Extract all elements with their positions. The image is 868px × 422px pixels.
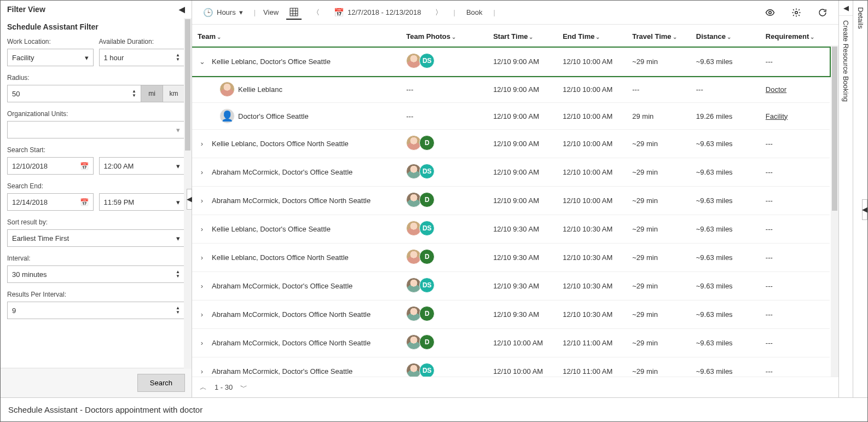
cell-requirement: --- [760, 215, 830, 244]
search-start-date-value: 12/10/2018 [12, 162, 48, 170]
details-collapse-icon[interactable]: ◀ [862, 199, 867, 220]
create-booking-collapse-icon[interactable]: ◀ [839, 1, 853, 16]
col-team[interactable]: Team⌄ [192, 25, 401, 48]
table-row[interactable]: ›Abraham McCormick, Doctor's Office Seat… [192, 158, 830, 187]
work-location-value: Facility [12, 54, 34, 62]
table-row[interactable]: ›Abraham McCormick, Doctors Office North… [192, 187, 830, 215]
search-button[interactable]: Search [137, 374, 185, 392]
table-row[interactable]: ⌄Kellie Leblanc, Doctor's Office Seattle… [192, 48, 830, 76]
radius-stepper[interactable]: 50 ▲▼ [7, 85, 141, 102]
table-row[interactable]: ›Abraham McCormick, Doctor's Office Seat… [192, 357, 830, 377]
results-scroll-thumb[interactable] [832, 47, 837, 211]
chevron-right-icon[interactable]: › [198, 282, 206, 290]
chevron-right-icon[interactable]: › [198, 140, 206, 148]
radius-label: Radius: [7, 74, 185, 82]
search-end-date-picker[interactable]: 12/14/2018 📅 [7, 193, 94, 211]
col-distance[interactable]: Distance⌄ [691, 25, 760, 48]
cell-requirement: --- [760, 244, 830, 272]
unit-mi-button[interactable]: mi [141, 85, 163, 102]
search-end-time-select[interactable]: 11:59 PM ▾ [99, 193, 186, 211]
separator: | [254, 8, 256, 16]
table-row[interactable]: Kellie Leblanc---12/10 9:00 AM12/10 10:0… [192, 76, 830, 103]
settings-button[interactable] [788, 5, 805, 20]
pager-down-icon[interactable]: ﹀ [240, 383, 247, 392]
col-requirement[interactable]: Requirement⌄ [760, 25, 830, 48]
filter-collapse-handle[interactable]: ◀ [187, 189, 192, 210]
table-row[interactable]: ›Kellie Leblanc, Doctors Office North Se… [192, 130, 830, 158]
results-per-interval-stepper[interactable]: 9 ▲▼ [7, 302, 185, 319]
team-name: Abraham McCormick, Doctor's Office Seatt… [212, 367, 352, 375]
available-duration-label: Available Duration: [99, 38, 186, 45]
search-start-date-picker[interactable]: 12/10/2018 📅 [7, 157, 94, 175]
col-photos[interactable]: Team Photos⌄ [401, 25, 488, 48]
chevron-right-icon[interactable]: › [198, 253, 206, 262]
chevron-down-icon[interactable]: ⌄ [198, 57, 206, 66]
hours-dropdown[interactable]: 🕒 Hours ▾ [200, 5, 246, 20]
team-name: Kellie Leblanc [238, 85, 282, 94]
table-row[interactable]: ›Abraham McCormick, Doctor's Office Seat… [192, 272, 830, 300]
team-name: Abraham McCormick, Doctors Office North … [212, 339, 371, 347]
caret-down-icon: ▾ [239, 8, 243, 16]
available-duration-stepper[interactable]: 1 hour ▲▼ [99, 49, 186, 66]
prev-range-button[interactable]: 〈 [309, 5, 323, 20]
requirement-link[interactable]: Doctor [766, 85, 786, 94]
filter-scroll-thumb[interactable] [185, 19, 190, 151]
table-row[interactable]: ›Abraham McCormick, Doctors Office North… [192, 300, 830, 329]
sort-by-select[interactable]: Earliest Time First ▾ [7, 229, 185, 247]
cell-distance: --- [691, 76, 760, 103]
caret-down-icon: ▾ [176, 198, 180, 206]
gear-icon [791, 8, 801, 18]
org-badge: D [419, 192, 435, 207]
chevron-right-icon[interactable]: › [198, 168, 206, 176]
table-row[interactable]: ›Abraham McCormick, Doctors Office North… [192, 329, 830, 357]
pager-up-icon[interactable]: ︿ [200, 383, 207, 392]
chevron-right-icon[interactable]: › [198, 225, 206, 233]
cell-end: 12/10 10:00 AM [557, 103, 627, 130]
requirement-link[interactable]: Facility [766, 112, 788, 120]
calendar-icon: 📅 [80, 198, 89, 206]
col-end[interactable]: End Time⌄ [557, 25, 627, 48]
refresh-button[interactable] [814, 5, 831, 20]
cell-requirement: --- [760, 300, 830, 329]
date-range-picker[interactable]: 📅 12/7/2018 - 12/13/2018 [331, 5, 424, 20]
col-start[interactable]: Start Time⌄ [488, 25, 557, 48]
results-panel: 🕒 Hours ▾ | View 〈 📅 12/7/2018 - 12/13/2… [192, 1, 839, 397]
create-booking-rail[interactable]: ◀ Create Resource Booking [839, 1, 853, 397]
search-start-time-select[interactable]: 12:00 AM ▾ [99, 157, 186, 175]
work-location-select[interactable]: Facility ▾ [7, 49, 94, 66]
work-location-label: Work Location: [7, 38, 94, 45]
book-button[interactable]: Book [463, 6, 486, 19]
team-photos: DS [406, 221, 435, 236]
chevron-right-icon[interactable]: › [198, 367, 206, 375]
filter-panel: Filter View ◀ Schedule Assistant Filter … [1, 1, 192, 397]
table-row[interactable]: ›Kellie Leblanc, Doctors Office North Se… [192, 244, 830, 272]
grid-view-toggle[interactable] [286, 5, 302, 20]
col-travel[interactable]: Travel Time⌄ [627, 25, 691, 48]
cell-distance: ~9.63 miles [691, 329, 760, 357]
hours-label: Hours [217, 8, 236, 16]
cell-end: 12/10 10:00 AM [557, 158, 627, 187]
chevron-right-icon[interactable]: › [198, 196, 206, 205]
cell-distance: ~9.63 miles [691, 244, 760, 272]
table-row[interactable]: 👤Doctor's Office Seattle---12/10 9:00 AM… [192, 103, 830, 130]
visibility-toggle[interactable] [762, 5, 778, 20]
org-badge: D [419, 334, 435, 350]
details-rail[interactable]: Details ◀ [853, 1, 867, 397]
cell-start: 12/10 10:00 AM [488, 329, 557, 357]
chevron-right-icon[interactable]: › [198, 310, 206, 319]
calendar-icon: 📅 [80, 162, 89, 170]
filter-panel-collapse-icon[interactable]: ◀ [179, 5, 185, 14]
results-scrollbar[interactable] [831, 45, 838, 377]
cell-start: 12/10 9:00 AM [488, 130, 557, 158]
chevron-right-icon[interactable]: › [198, 339, 206, 347]
next-range-button[interactable]: 〉 [432, 5, 445, 20]
interval-stepper[interactable]: 30 minutes ▲▼ [7, 265, 185, 283]
cell-start: 12/10 9:00 AM [488, 187, 557, 215]
cell-travel: ~29 min [627, 300, 691, 329]
org-units-select[interactable]: ▾ [7, 121, 185, 138]
table-row[interactable]: ›Kellie Leblanc, Doctor's Office Seattle… [192, 215, 830, 244]
photos-dash: --- [406, 85, 413, 94]
team-name: Kellie Leblanc, Doctors Office North Sea… [212, 140, 349, 148]
unit-km-button[interactable]: km [163, 85, 185, 102]
separator: | [453, 8, 455, 16]
